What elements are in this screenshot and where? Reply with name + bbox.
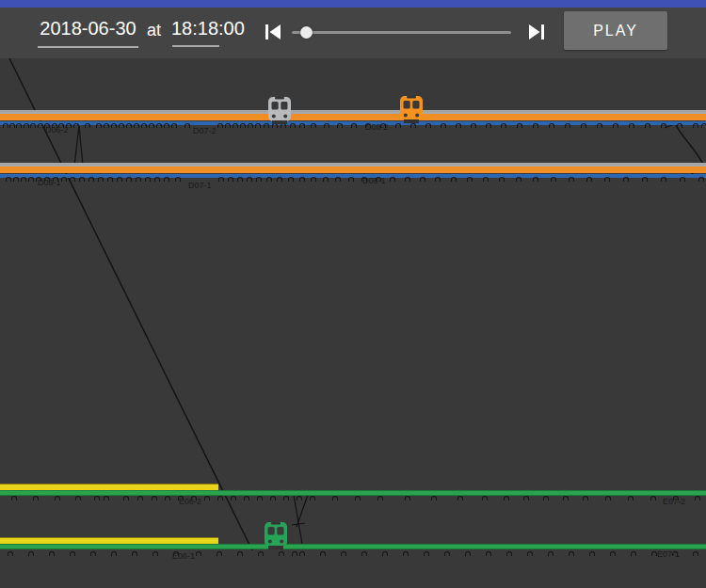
track-label: E06-1	[172, 551, 195, 561]
track-tick	[695, 496, 700, 501]
track-tick	[171, 123, 177, 128]
track-tick	[457, 496, 463, 501]
track-tick	[13, 177, 19, 182]
track-tick	[597, 123, 602, 128]
track-tick	[256, 177, 262, 182]
train-orange[interactable]	[399, 95, 424, 123]
track-tick	[123, 496, 129, 501]
track-tick	[311, 123, 316, 128]
date-field[interactable]: 2018-06-30	[38, 18, 138, 48]
track-tick	[523, 496, 529, 501]
skip-end-button[interactable]	[525, 21, 548, 43]
track-tick	[569, 551, 574, 556]
track-tick	[693, 123, 698, 128]
track-tick	[248, 123, 253, 128]
track-diagram[interactable]: D06-2D07-2D08-2D06-1D07-1D08-1E06-2E07-2…	[0, 0, 706, 588]
track-tick	[701, 123, 706, 128]
track-tick	[629, 123, 634, 128]
track-tick	[111, 123, 117, 128]
track-tick	[175, 177, 181, 182]
track-tick	[247, 177, 252, 182]
track-tick	[605, 496, 611, 501]
track-tick	[288, 177, 294, 182]
train-gray[interactable]	[267, 96, 292, 124]
track-label: E07-2	[663, 497, 685, 506]
track-tick	[75, 496, 81, 501]
track-tick	[270, 496, 276, 501]
track-tick	[154, 177, 160, 182]
track-tick	[136, 177, 141, 182]
app: { "toolbar": { "date_value": "2018-06-30…	[0, 0, 706, 588]
track-tick	[240, 123, 246, 128]
track-tick	[504, 496, 509, 501]
train-icon	[399, 95, 424, 123]
timeline-slider[interactable]	[292, 23, 511, 41]
track-tick	[533, 123, 538, 128]
track-tick	[8, 551, 13, 556]
track-tick	[403, 551, 409, 556]
track-tick	[126, 123, 132, 128]
track-tick	[311, 177, 316, 182]
track-tick	[218, 177, 224, 182]
track-tick	[145, 177, 151, 182]
track-tick	[257, 496, 263, 501]
track-tick	[465, 551, 471, 556]
skip-start-button[interactable]	[262, 21, 284, 43]
track-tick	[96, 123, 102, 128]
track-tick	[563, 496, 569, 501]
track-tick	[283, 496, 289, 501]
track-tick	[410, 123, 416, 128]
track-e-1-yellow-line	[0, 537, 218, 544]
track-tick	[486, 123, 491, 128]
track-label: D08-2	[365, 122, 389, 132]
track-tick	[310, 496, 315, 501]
track-tick	[237, 177, 243, 182]
track-tick	[581, 123, 586, 128]
slider-track[interactable]	[292, 31, 511, 34]
track-tick	[680, 177, 685, 182]
track-tick	[569, 177, 574, 182]
track-tick	[516, 177, 521, 182]
track-tick	[107, 177, 113, 182]
track-tick	[225, 123, 231, 128]
top-accent-bar	[0, 0, 706, 8]
track-tick	[348, 177, 354, 182]
track-tick	[30, 123, 36, 128]
track-d-1-orange-line	[0, 167, 706, 173]
track-tick	[134, 123, 139, 128]
playback-toolbar: 2018-06-30 at 18:18:00 PLAY	[0, 8, 706, 58]
track-tick	[424, 551, 429, 556]
time-field[interactable]: 18:18:00	[171, 18, 245, 40]
play-button[interactable]: PLAY	[564, 11, 667, 50]
track-tick	[377, 496, 383, 501]
track-tick	[28, 177, 34, 182]
track-tick	[441, 123, 446, 128]
track-tick	[628, 496, 634, 501]
track-tick	[604, 177, 610, 182]
track-tick	[6, 177, 11, 182]
track-tick	[266, 177, 272, 182]
track-tick	[589, 551, 595, 556]
track-tick	[483, 177, 489, 182]
track-tick	[233, 123, 238, 128]
track-tick	[517, 123, 522, 128]
track-tick	[24, 123, 29, 128]
track-tick	[61, 177, 67, 182]
track-tick	[217, 551, 222, 556]
track-tick	[79, 177, 85, 182]
track-tick	[299, 123, 305, 128]
track-tick	[323, 177, 329, 182]
train-green[interactable]	[264, 521, 288, 549]
skip-end-icon	[525, 21, 548, 43]
slider-thumb[interactable]	[300, 26, 313, 39]
track-tick	[613, 123, 618, 128]
track-tick	[332, 496, 338, 501]
track-tick	[33, 496, 39, 501]
track-tick	[137, 496, 143, 501]
track-tick	[196, 551, 201, 556]
track-tick	[55, 496, 60, 501]
track-tick	[141, 123, 147, 128]
track-tick	[623, 177, 629, 182]
track-tick	[471, 123, 476, 128]
track-tick	[642, 177, 648, 182]
